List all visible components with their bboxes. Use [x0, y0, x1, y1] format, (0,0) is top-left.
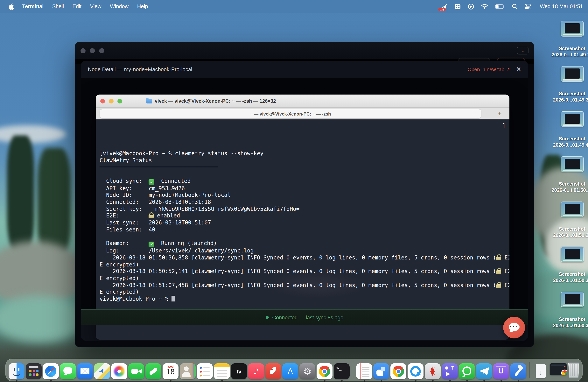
shottr-icon[interactable]	[373, 363, 389, 379]
appstore-icon[interactable]: A	[282, 363, 298, 379]
minimize-window-dot[interactable]	[90, 48, 95, 53]
control-center-icon[interactable]	[521, 3, 534, 10]
xcode-icon[interactable]	[510, 363, 526, 379]
screenshot-thumbnail[interactable]	[561, 111, 584, 127]
dock-item-telegram[interactable]	[476, 361, 492, 379]
calendar-icon[interactable]: Wed18	[163, 363, 178, 379]
reminders-icon[interactable]	[197, 363, 213, 379]
dock-item-textedit[interactable]	[356, 361, 372, 379]
dock-item-uapp[interactable]: U	[493, 361, 509, 379]
mediatool-icon[interactable]: T	[442, 363, 458, 379]
zoom-traffic-light[interactable]	[117, 99, 122, 103]
screenshot-thumbnail[interactable]	[561, 66, 584, 82]
dock-item-mail[interactable]	[77, 361, 93, 379]
dock-item-photos[interactable]	[111, 361, 127, 379]
maps-icon[interactable]	[94, 363, 110, 379]
dock-item-downloads[interactable]: ↓	[533, 361, 549, 379]
launchpad-icon[interactable]	[26, 363, 42, 379]
window-controls-inactive[interactable]	[81, 48, 104, 53]
menu-clock[interactable]: Wed 18 Mar 01:51	[534, 3, 583, 9]
dock-item-terminal[interactable]: >_	[334, 361, 350, 379]
dock-item-reminders[interactable]	[197, 361, 213, 379]
notes-icon[interactable]	[214, 363, 230, 379]
desktop-screenshot-icon[interactable]: Screenshot2026-0...t 01.50.14	[543, 156, 588, 193]
menu-app-name[interactable]: Terminal	[18, 3, 48, 9]
music-icon[interactable]: ♪	[248, 363, 264, 379]
screenshot-thumbnail[interactable]	[561, 21, 584, 37]
zoom-window-dot[interactable]	[99, 48, 104, 53]
window-tiling-icon[interactable]	[451, 3, 464, 10]
dock-item-lobster[interactable]	[425, 361, 441, 379]
dock-item-chrome2[interactable]	[390, 361, 406, 379]
wifi-icon[interactable]	[478, 4, 492, 9]
menu-item[interactable]: View	[86, 3, 105, 9]
phone-icon[interactable]	[146, 363, 161, 379]
dock-item-messages[interactable]	[60, 361, 76, 379]
messages-icon[interactable]	[60, 363, 76, 379]
lobster-icon[interactable]	[425, 363, 441, 379]
desktop-screenshot-icon[interactable]: Screenshot2026-0...01.49.36	[543, 66, 588, 103]
minimize-traffic-light[interactable]	[109, 99, 114, 103]
dock-item-appletv[interactable]: tv	[231, 361, 247, 379]
trash-icon[interactable]	[568, 362, 580, 378]
dock-item-finder[interactable]	[9, 361, 24, 379]
dock-item-rocket[interactable]	[265, 361, 281, 379]
dock-item-calendar[interactable]: Wed18	[163, 361, 178, 379]
menu-item[interactable]: Shell	[48, 3, 68, 9]
quicktime-icon[interactable]	[408, 363, 423, 379]
screenshot-thumbnail[interactable]	[561, 202, 584, 217]
safari-icon[interactable]	[43, 363, 59, 379]
finder-icon[interactable]	[9, 363, 24, 379]
menu-item[interactable]: Help	[133, 3, 152, 9]
notification-badge-icon[interactable]: ..33	[438, 3, 451, 9]
photos-icon[interactable]	[111, 363, 127, 379]
telegram-icon[interactable]	[476, 363, 492, 379]
chevron-down-button[interactable]: ⌄	[517, 47, 528, 54]
dock-item-chrome[interactable]	[316, 361, 333, 379]
dock-item-maps[interactable]	[94, 361, 110, 379]
folder-proxy-icon[interactable]	[146, 99, 152, 103]
desktop-screenshot-icon[interactable]: Screenshot2026-0...01.50.38	[543, 292, 588, 329]
dock-item-safari[interactable]	[43, 361, 59, 379]
terminal-tab[interactable]: ~ — vivek@Vivek-Xenon-PC: ~ — -zsh	[100, 109, 482, 119]
mail-icon[interactable]	[77, 363, 93, 379]
dock-item-settings[interactable]: ⚙	[299, 361, 315, 379]
desktop-screenshot-icon[interactable]: Screenshot2026-0...01.50.33	[543, 247, 588, 284]
dock-item-trash[interactable]	[568, 361, 580, 379]
close-traffic-light[interactable]	[100, 99, 105, 103]
dock-item-quicktime[interactable]	[408, 361, 423, 379]
desktop-screenshot-icon[interactable]: Screenshot2026-0...t 01.49.10	[543, 21, 588, 58]
search-icon[interactable]	[508, 3, 521, 9]
settings-icon[interactable]: ⚙	[299, 363, 315, 379]
screenshot-thumbnail[interactable]	[561, 156, 584, 172]
close-window-dot[interactable]	[81, 48, 85, 53]
dock-item-notes[interactable]	[214, 361, 230, 379]
chrome2-icon[interactable]	[390, 363, 406, 379]
close-icon[interactable]: ✕	[516, 66, 521, 73]
dock-item-xcode[interactable]	[510, 361, 526, 379]
rocket-icon[interactable]	[265, 363, 281, 379]
dock-item-appstore[interactable]: A	[282, 361, 298, 379]
facetime-icon[interactable]	[128, 363, 144, 379]
new-tab-button[interactable]: +	[495, 110, 504, 118]
dock-item-whatsapp[interactable]	[459, 361, 475, 379]
screenshot-thumbnail[interactable]	[561, 247, 584, 262]
desktop-screenshot-icon[interactable]: Screenshot2026-0...01.49.43	[543, 111, 588, 149]
open-in-new-tab-link[interactable]: Open in new tab ↗	[467, 66, 510, 72]
dock-item-phone[interactable]	[146, 361, 161, 379]
chat-support-button[interactable]: • • •	[503, 317, 525, 339]
uapp-icon[interactable]: U	[493, 363, 509, 379]
dock-item-minimized-window[interactable]	[550, 361, 567, 379]
dock-item-music[interactable]: ♪	[248, 361, 264, 379]
apple-menu-icon[interactable]	[5, 3, 18, 10]
appletv-icon[interactable]: tv	[231, 363, 247, 379]
terminal-icon[interactable]: >_	[334, 363, 350, 379]
chrome-icon[interactable]	[316, 363, 333, 379]
battery-icon[interactable]	[492, 4, 508, 9]
dock-item-launchpad[interactable]	[26, 361, 42, 379]
contacts-icon[interactable]	[180, 363, 196, 379]
dock-item-mediatool[interactable]: T	[442, 361, 458, 379]
menu-item[interactable]: Edit	[68, 3, 86, 9]
downloads-icon[interactable]: ↓	[533, 363, 549, 379]
screenshot-thumbnail[interactable]	[561, 292, 584, 307]
